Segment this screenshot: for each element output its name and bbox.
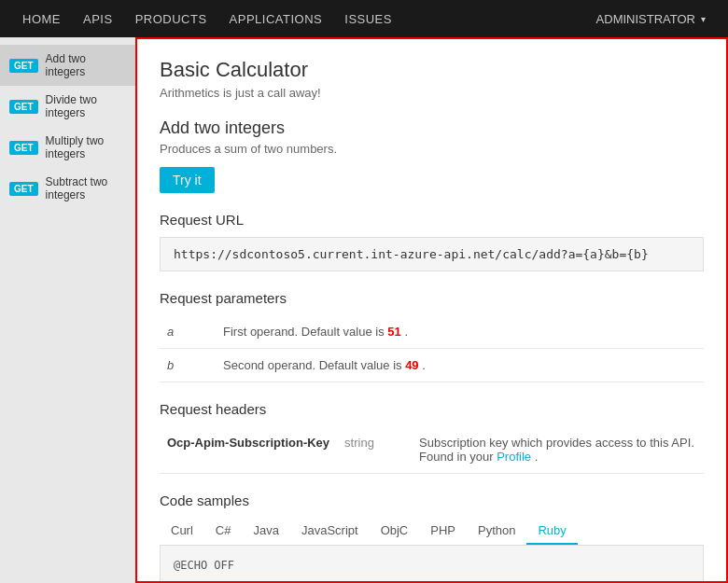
param-name-b: b xyxy=(160,349,216,382)
param-period-a: . xyxy=(404,325,408,339)
method-badge-get-subtract: GET xyxy=(9,182,38,196)
nav-issues[interactable]: ISSUES xyxy=(333,0,403,37)
tab-ruby[interactable]: Ruby xyxy=(526,518,577,545)
table-row: a First operand. Default value is 51 . xyxy=(160,315,704,349)
code-tabs: Curl C# Java JavaScript ObjC PHP Python … xyxy=(160,518,704,546)
params-table: a First operand. Default value is 51 . b… xyxy=(160,315,704,382)
sidebar-item-label-divide: Divide two integers xyxy=(46,93,126,119)
method-badge-get: GET xyxy=(9,59,38,73)
sidebar-item-multiply[interactable]: GET Multiply two integers xyxy=(0,127,135,168)
table-row: Ocp-Apim-Subscription-Key string Subscri… xyxy=(160,426,704,474)
tab-csharp[interactable]: C# xyxy=(204,518,243,545)
param-desc-a: First operand. Default value is 51 . xyxy=(216,315,704,349)
table-row: b Second operand. Default value is 49 . xyxy=(160,349,704,382)
param-desc-text-b: Second operand. Default value is xyxy=(223,358,405,372)
api-title: Add two integers xyxy=(160,118,704,138)
sidebar: GET Add two integers GET Divide two inte… xyxy=(0,37,135,583)
request-url-box: https://sdcontoso5.current.int-azure-api… xyxy=(160,237,704,271)
nav-products[interactable]: PRODUCTS xyxy=(124,0,218,37)
header-desc: Subscription key which provides access t… xyxy=(412,426,704,474)
content-area: Basic Calculator Arithmetics is just a c… xyxy=(135,37,728,583)
top-navigation: HOME APIS PRODUCTS APPLICATIONS ISSUES A… xyxy=(0,0,728,37)
sidebar-item-add[interactable]: GET Add two integers xyxy=(0,45,135,86)
sidebar-item-label-subtract: Subtract two integers xyxy=(46,175,126,201)
method-badge-get-divide: GET xyxy=(9,100,38,114)
api-desc: Produces a sum of two numbers. xyxy=(160,142,704,156)
profile-link[interactable]: Profile xyxy=(497,450,531,464)
request-params-label: Request parameters xyxy=(160,290,704,306)
page-title: Basic Calculator xyxy=(160,58,704,82)
sidebar-item-label-add: Add two integers xyxy=(46,52,126,78)
tab-curl[interactable]: Curl xyxy=(160,518,204,545)
param-desc-b: Second operand. Default value is 49 . xyxy=(216,349,704,382)
header-desc-period: . xyxy=(535,450,539,464)
sidebar-item-subtract[interactable]: GET Subtract two integers xyxy=(0,168,135,209)
nav-apis[interactable]: APIS xyxy=(72,0,124,37)
param-default-a: 51 xyxy=(387,325,400,339)
code-samples-label: Code samples xyxy=(160,493,704,508)
param-period-b: . xyxy=(422,358,426,372)
tab-javascript[interactable]: JavaScript xyxy=(290,518,370,545)
tab-python[interactable]: Python xyxy=(467,518,526,545)
sidebar-item-divide[interactable]: GET Divide two integers xyxy=(0,86,135,127)
main-layout: GET Add two integers GET Divide two inte… xyxy=(0,37,728,583)
code-block: @ECHO OFF curl -v -X GET "https://sdcont… xyxy=(160,546,704,583)
try-it-button[interactable]: Try it xyxy=(160,167,215,193)
header-desc-text: Subscription key which provides access t… xyxy=(419,436,694,464)
code-line-echo: @ECHO OFF xyxy=(174,557,690,575)
param-desc-text-a: First operand. Default value is xyxy=(223,325,387,339)
param-default-b: 49 xyxy=(405,358,418,372)
nav-applications[interactable]: APPLICATIONS xyxy=(218,0,334,37)
page-subtitle: Arithmetics is just a call away! xyxy=(160,86,704,100)
tab-objc[interactable]: ObjC xyxy=(370,518,420,545)
request-url-text: https://sdcontoso5.current.int-azure-api… xyxy=(174,247,649,261)
chevron-down-icon: ▾ xyxy=(701,14,706,24)
admin-menu[interactable]: ADMINISTRATOR ▾ xyxy=(585,0,717,37)
tab-java[interactable]: Java xyxy=(242,518,289,545)
admin-label: ADMINISTRATOR xyxy=(596,12,695,26)
method-badge-get-multiply: GET xyxy=(9,141,38,155)
tab-php[interactable]: PHP xyxy=(419,518,467,545)
header-key: Ocp-Apim-Subscription-Key xyxy=(160,426,337,474)
code-line-blank1 xyxy=(174,575,690,583)
header-type: string xyxy=(337,426,412,474)
request-headers-label: Request headers xyxy=(160,401,704,417)
sidebar-item-label-multiply: Multiply two integers xyxy=(46,134,126,160)
nav-home[interactable]: HOME xyxy=(11,0,72,37)
headers-table: Ocp-Apim-Subscription-Key string Subscri… xyxy=(160,426,704,474)
request-url-label: Request URL xyxy=(160,212,704,228)
param-name-a: a xyxy=(160,315,216,349)
